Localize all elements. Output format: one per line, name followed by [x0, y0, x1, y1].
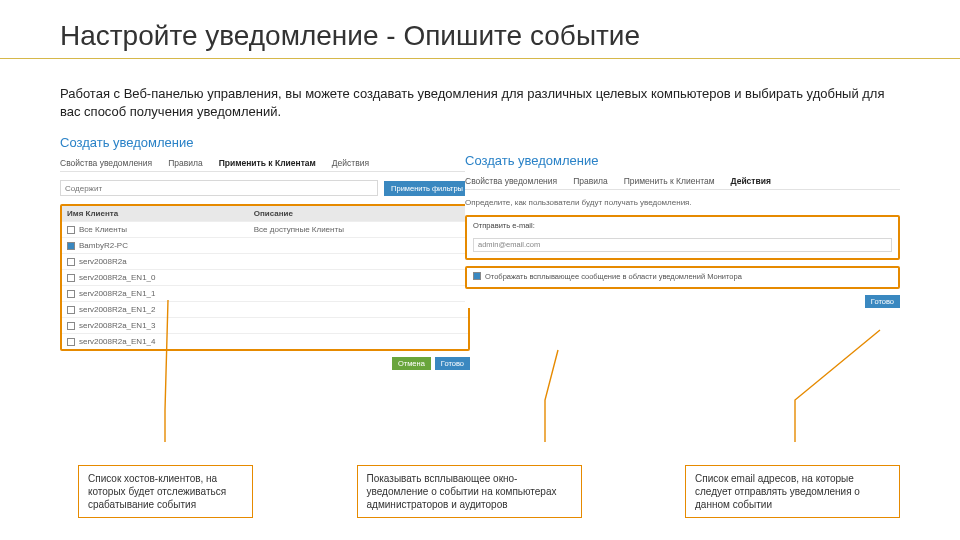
- row-desc: [249, 307, 468, 313]
- popup-checkbox[interactable]: [473, 272, 481, 280]
- title-underline: [0, 58, 960, 59]
- tab-properties[interactable]: Свойства уведомления: [60, 158, 152, 168]
- email-card: Отправить e-mail:: [465, 215, 900, 260]
- panel-heading-right: Создать уведомление: [465, 153, 900, 168]
- tab-apply-clients-r[interactable]: Применить к Клиентам: [624, 176, 715, 186]
- row-name: serv2008R2a_EN1_1: [79, 289, 156, 298]
- callout-email: Список email адресов, на которые следует…: [685, 465, 900, 518]
- row-desc: [249, 275, 468, 281]
- done-button-right[interactable]: Готово: [865, 295, 900, 308]
- tab-rules-r[interactable]: Правила: [573, 176, 608, 186]
- row-checkbox[interactable]: [67, 306, 75, 314]
- tabs-right: Свойства уведомления Правила Применить к…: [465, 176, 900, 190]
- row-name: serv2008R2a_EN1_4: [79, 337, 156, 346]
- table-row[interactable]: serv2008R2a_EN1_2: [62, 301, 468, 317]
- row-name: BambyR2-PC: [79, 241, 128, 250]
- table-row[interactable]: serv2008R2a_EN1_1: [62, 285, 468, 301]
- tab-rules[interactable]: Правила: [168, 158, 203, 168]
- row-name: serv2008R2a: [79, 257, 127, 266]
- apply-button-left[interactable]: Готово: [435, 357, 470, 370]
- row-desc: [249, 259, 468, 265]
- tab-properties-r[interactable]: Свойства уведомления: [465, 176, 557, 186]
- col-description: Описание: [249, 206, 468, 221]
- tabs-left: Свойства уведомления Правила Применить к…: [60, 158, 470, 172]
- panel-actions: Создать уведомление Свойства уведомления…: [465, 153, 900, 308]
- row-name: serv2008R2a_EN1_3: [79, 321, 156, 330]
- apply-filters-button[interactable]: Применить фильтры: [384, 181, 470, 196]
- actions-instruction: Определите, как пользователи будут получ…: [465, 198, 900, 207]
- table-row[interactable]: BambyR2-PC: [62, 237, 468, 253]
- table-row[interactable]: serv2008R2a_EN1_0: [62, 269, 468, 285]
- clients-table: Имя Клиента Описание Все КлиентыВсе дост…: [60, 204, 470, 351]
- row-checkbox[interactable]: [67, 258, 75, 266]
- row-checkbox[interactable]: [67, 290, 75, 298]
- cancel-button[interactable]: Отмена: [392, 357, 431, 370]
- tab-apply-clients[interactable]: Применить к Клиентам: [219, 158, 316, 168]
- table-row[interactable]: serv2008R2a_EN1_3: [62, 317, 468, 333]
- row-desc: [249, 339, 468, 345]
- email-label: Отправить e-mail:: [473, 221, 892, 230]
- row-desc: [249, 291, 468, 297]
- page-title: Настройте уведомление - Опишите событие: [60, 20, 900, 52]
- table-row[interactable]: Все КлиентыВсе доступные Клиенты: [62, 221, 468, 237]
- row-name: Все Клиенты: [79, 225, 127, 234]
- row-desc: [249, 243, 468, 249]
- popup-label: Отображать всплывающее сообщение в облас…: [485, 272, 742, 281]
- row-checkbox[interactable]: [67, 242, 75, 250]
- callout-popup: Показывать всплывающее окно-уведомление …: [357, 465, 582, 518]
- filter-input[interactable]: [60, 180, 378, 196]
- row-checkbox[interactable]: [67, 338, 75, 346]
- row-name: serv2008R2a_EN1_0: [79, 273, 156, 282]
- email-input[interactable]: [473, 238, 892, 252]
- callout-hosts: Список хостов-клиентов, на которых будет…: [78, 465, 253, 518]
- table-row[interactable]: serv2008R2a: [62, 253, 468, 269]
- tab-actions[interactable]: Действия: [332, 158, 369, 168]
- panel-apply-to-clients: Создать уведомление Свойства уведомления…: [60, 135, 470, 370]
- row-checkbox[interactable]: [67, 322, 75, 330]
- row-desc: Все доступные Клиенты: [249, 222, 468, 237]
- panel-heading-left: Создать уведомление: [60, 135, 470, 150]
- row-checkbox[interactable]: [67, 274, 75, 282]
- row-name: serv2008R2a_EN1_2: [79, 305, 156, 314]
- popup-card: Отображать всплывающее сообщение в облас…: [465, 266, 900, 289]
- col-client-name: Имя Клиента: [62, 206, 249, 221]
- table-row[interactable]: serv2008R2a_EN1_4: [62, 333, 468, 349]
- row-checkbox[interactable]: [67, 226, 75, 234]
- row-desc: [249, 323, 468, 329]
- tab-actions-r[interactable]: Действия: [731, 176, 771, 186]
- intro-text: Работая с Веб-панелью управления, вы мож…: [60, 85, 900, 121]
